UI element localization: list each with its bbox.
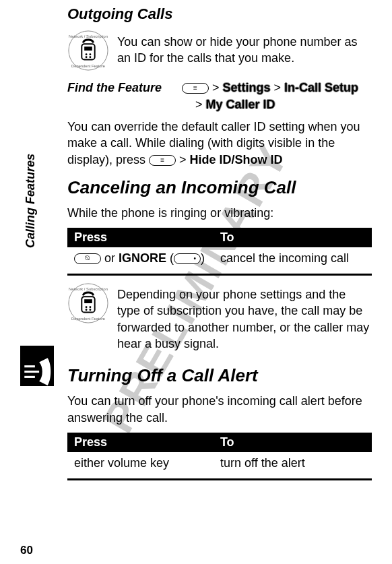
cancel-press-cell: or IGNORE () xyxy=(67,247,214,270)
col-press: Press xyxy=(67,228,214,247)
sidebar-icon-block xyxy=(20,346,54,386)
turnoff-intro: You can turn off your phone's incoming c… xyxy=(67,393,372,426)
cancel-dependent-note: Depending on your phone settings and the… xyxy=(117,286,372,352)
turnoff-to-cell: turn off the alert xyxy=(214,452,372,474)
svg-point-10 xyxy=(86,56,88,58)
outgoing-intro: You can show or hide your phone number a… xyxy=(117,34,372,67)
table-rule xyxy=(67,274,372,276)
phone-icon xyxy=(20,354,54,387)
table-row: either volume key turn off the alert xyxy=(67,452,372,474)
network-subscription-dependent-icon: Network / Subscription Dependent Feature xyxy=(67,30,109,71)
svg-rect-7 xyxy=(84,46,92,51)
svg-point-20 xyxy=(89,309,91,311)
turnoff-table: Press To either volume key turn off the … xyxy=(67,433,372,474)
svg-point-18 xyxy=(89,307,91,309)
turnoff-press-cell: either volume key xyxy=(67,452,214,474)
table-row: or IGNORE () cancel the incoming call xyxy=(67,247,372,270)
heading-outgoing-calls: Outgoing Calls xyxy=(67,5,372,23)
svg-point-9 xyxy=(89,53,91,55)
svg-text:Dependent Feature: Dependent Feature xyxy=(71,64,105,68)
svg-rect-15 xyxy=(81,297,94,313)
col-to: To xyxy=(214,433,372,452)
svg-text:Dependent Feature: Dependent Feature xyxy=(71,317,105,321)
menu-key-icon xyxy=(149,155,176,166)
svg-text:Network / Subscription: Network / Subscription xyxy=(69,34,108,38)
menu-key-icon xyxy=(182,83,209,94)
table-rule xyxy=(67,478,372,480)
svg-point-19 xyxy=(86,309,88,311)
override-paragraph: You can override the default caller ID s… xyxy=(67,119,372,168)
network-subscription-dependent-icon: Network / Subscription Dependent Feature xyxy=(67,282,109,324)
svg-point-11 xyxy=(89,56,91,58)
section-side-label: Calling Features xyxy=(24,154,38,248)
cancel-table: Press To or IGNORE () cancel the incomin… xyxy=(67,228,372,270)
svg-point-8 xyxy=(86,53,88,55)
table-header-row: Press To xyxy=(67,228,372,247)
table-header-row: Press To xyxy=(67,433,372,452)
svg-text:Network / Subscription: Network / Subscription xyxy=(69,287,108,291)
find-the-feature-label: Find the Feature xyxy=(67,81,168,112)
end-key-icon xyxy=(74,253,101,264)
svg-rect-6 xyxy=(81,44,94,59)
cancel-intro: While the phone is ringing or vibrating: xyxy=(67,205,372,221)
heading-turning-off-alert: Turning Off a Call Alert xyxy=(67,365,372,386)
col-press: Press xyxy=(67,433,214,452)
page-number: 60 xyxy=(20,544,33,557)
find-the-feature-path: > Settings > In-Call Setup > My Caller I… xyxy=(182,81,358,112)
soft-key-icon xyxy=(174,253,201,264)
col-to: To xyxy=(214,228,372,247)
heading-canceling-incoming: Canceling an Incoming Call xyxy=(67,177,372,198)
svg-point-17 xyxy=(86,307,88,309)
svg-rect-16 xyxy=(84,299,92,303)
cancel-to-cell: cancel the incoming call xyxy=(214,247,372,270)
